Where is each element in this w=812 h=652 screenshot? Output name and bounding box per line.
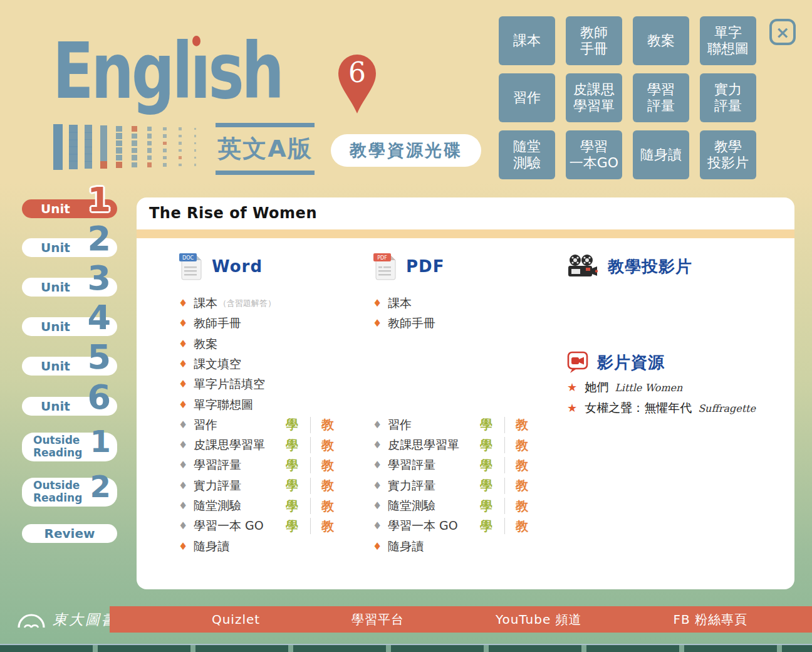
student-version-link[interactable]: 學 xyxy=(480,416,492,433)
student-version-link[interactable]: 學 xyxy=(286,457,298,474)
word-item-row[interactable]: ♦課本（含習題解答） xyxy=(179,293,367,313)
pdf-item-row: ♦皮課思學習單學教 xyxy=(373,435,561,455)
sidebar-unit-4[interactable]: Unit4 xyxy=(22,317,117,336)
sidebar-unit-5[interactable]: Unit5 xyxy=(22,357,117,376)
diamond-bullet-icon: ♦ xyxy=(373,542,388,552)
student-version-link[interactable]: 學 xyxy=(480,498,492,515)
word-item-row[interactable]: ♦隨身讀 xyxy=(179,537,367,557)
teacher-version-link[interactable]: 教 xyxy=(321,457,334,474)
word-item-label: 單字片語填空 xyxy=(194,376,265,392)
sidebar-outside-reading-2[interactable]: Outside Reading2 xyxy=(22,478,117,507)
top-menu-button-7[interactable]: 學習 評量 xyxy=(633,73,689,122)
video-item-2[interactable]: ★女權之聲：無懼年代Suffragette xyxy=(567,400,756,421)
footer-link-1[interactable]: Quizlet xyxy=(212,612,260,627)
decorative-square xyxy=(116,133,122,139)
teacher-version-link[interactable]: 教 xyxy=(321,416,334,433)
student-version-link[interactable]: 學 xyxy=(286,498,298,515)
teacher-version-link[interactable]: 教 xyxy=(321,477,334,494)
teacher-version-link[interactable]: 教 xyxy=(516,477,528,494)
top-menu-button-1[interactable]: 課本 xyxy=(499,16,555,65)
word-resource-list: ♦課本（含習題解答）♦教師手冊♦教案♦課文填空♦單字片語填空♦單字聯想圖♦習作學… xyxy=(179,293,367,563)
media-column: 教學投影片 影片資源 ★她們Little Women★女權之聲：無懼年代Suff… xyxy=(567,251,786,282)
decorative-square xyxy=(194,149,196,151)
sidebar-review-label: Review xyxy=(44,526,95,541)
word-item-row[interactable]: ♦單字聯想圖 xyxy=(179,395,367,415)
role-divider xyxy=(310,498,311,514)
footer-link-2[interactable]: 學習平台 xyxy=(351,611,404,628)
top-menu-button-11[interactable]: 隨身讀 xyxy=(633,130,689,179)
top-menu-button-4[interactable]: 單字 聯想圖 xyxy=(700,16,756,65)
pdf-item-row[interactable]: ♦隨身讀 xyxy=(373,537,561,557)
word-item-label: 隨堂測驗 xyxy=(194,498,241,514)
footer-link-4[interactable]: FB 粉絲專頁 xyxy=(673,611,747,628)
pdf-column-header: PDF PDF xyxy=(373,251,561,282)
teacher-version-link[interactable]: 教 xyxy=(516,437,528,454)
top-menu-button-10[interactable]: 學習 一本GO xyxy=(566,130,622,179)
diamond-bullet-icon: ♦ xyxy=(179,318,194,329)
word-item-row[interactable]: ♦教師手冊 xyxy=(179,313,367,334)
word-item-row: ♦學習評量學教 xyxy=(179,455,367,475)
role-divider xyxy=(310,437,311,453)
word-item-note: （含習題解答） xyxy=(219,298,276,309)
sidebar-unit-4-number: 4 xyxy=(87,301,111,335)
word-item-row[interactable]: ♦課文填空 xyxy=(179,354,367,374)
teacher-version-link[interactable]: 教 xyxy=(321,437,334,454)
sidebar-unit-1-label: Unit xyxy=(41,201,70,216)
diamond-bullet-icon: ♦ xyxy=(179,379,194,389)
role-divider xyxy=(310,457,311,473)
teacher-version-link[interactable]: 教 xyxy=(516,416,528,433)
decorative-square xyxy=(100,140,107,147)
student-version-link[interactable]: 學 xyxy=(286,437,298,454)
top-menu-button-9[interactable]: 隨堂 測驗 xyxy=(499,130,555,179)
word-column-header: DOC Word xyxy=(179,251,367,282)
footer-link-3[interactable]: YouTube 頻道 xyxy=(496,611,582,628)
video-item-1[interactable]: ★她們Little Women xyxy=(567,379,682,400)
sidebar-review[interactable]: Review xyxy=(22,524,117,543)
top-menu-button-5[interactable]: 習作 xyxy=(499,73,555,122)
student-version-link[interactable]: 學 xyxy=(286,416,298,433)
role-divider xyxy=(504,457,505,473)
top-menu-button-12[interactable]: 教學 投影片 xyxy=(700,130,756,179)
teacher-version-link[interactable]: 教 xyxy=(321,498,334,515)
top-menu-button-2[interactable]: 教師 手冊 xyxy=(566,16,622,65)
word-item-row[interactable]: ♦教案 xyxy=(179,334,367,354)
decorative-square xyxy=(53,160,63,170)
teacher-version-link[interactable]: 教 xyxy=(516,518,528,535)
location-pin-icon: 6 xyxy=(335,54,380,115)
word-item-row[interactable]: ♦單字片語填空 xyxy=(179,374,367,394)
decorative-square xyxy=(179,164,182,167)
student-version-link[interactable]: 學 xyxy=(480,457,492,474)
teacher-version-link[interactable]: 教 xyxy=(321,518,334,535)
top-menu-button-3[interactable]: 教案 xyxy=(633,16,689,65)
sidebar-unit-6[interactable]: Unit6 xyxy=(22,397,117,416)
sidebar-unit-2-label: Unit xyxy=(41,240,70,255)
pdf-item-row[interactable]: ♦教師手冊 xyxy=(373,313,561,334)
sidebar-unit-3[interactable]: Unit3 xyxy=(22,278,117,297)
diamond-bullet-icon: ♦ xyxy=(373,298,388,308)
slides-header[interactable]: 教學投影片 xyxy=(567,251,786,282)
student-version-link[interactable]: 學 xyxy=(480,518,492,535)
teacher-version-link[interactable]: 教 xyxy=(516,498,528,515)
decorative-square xyxy=(163,149,167,152)
word-item-label: 學習評量 xyxy=(194,457,241,473)
top-menu-button-8[interactable]: 實力 評量 xyxy=(700,73,756,122)
pdf-item-row: ♦實力評量學教 xyxy=(373,476,561,496)
word-item-label: 單字聯想圖 xyxy=(194,397,253,413)
close-button[interactable]: × xyxy=(769,19,796,45)
pdf-item-row[interactable]: ♦課本 xyxy=(373,293,561,313)
teacher-version-link[interactable]: 教 xyxy=(516,457,528,474)
decorative-square xyxy=(116,140,122,147)
sidebar-outside-reading-2-label: Outside Reading xyxy=(33,480,82,504)
sidebar-unit-1[interactable]: Unit1 xyxy=(22,199,117,218)
sidebar-unit-2[interactable]: Unit2 xyxy=(22,238,117,257)
decorative-square xyxy=(179,156,182,159)
student-version-link[interactable]: 學 xyxy=(480,437,492,454)
student-version-link[interactable]: 學 xyxy=(286,477,298,494)
top-menu-button-6[interactable]: 皮課思 學習單 xyxy=(566,73,622,122)
student-version-link[interactable]: 學 xyxy=(480,477,492,494)
student-version-link[interactable]: 學 xyxy=(286,518,298,535)
sidebar-outside-reading-1[interactable]: Outside Reading1 xyxy=(22,433,117,461)
decorative-square xyxy=(132,155,137,160)
pdf-badge-text: PDF xyxy=(377,255,387,261)
edition-label: 英文A版 xyxy=(216,123,315,175)
